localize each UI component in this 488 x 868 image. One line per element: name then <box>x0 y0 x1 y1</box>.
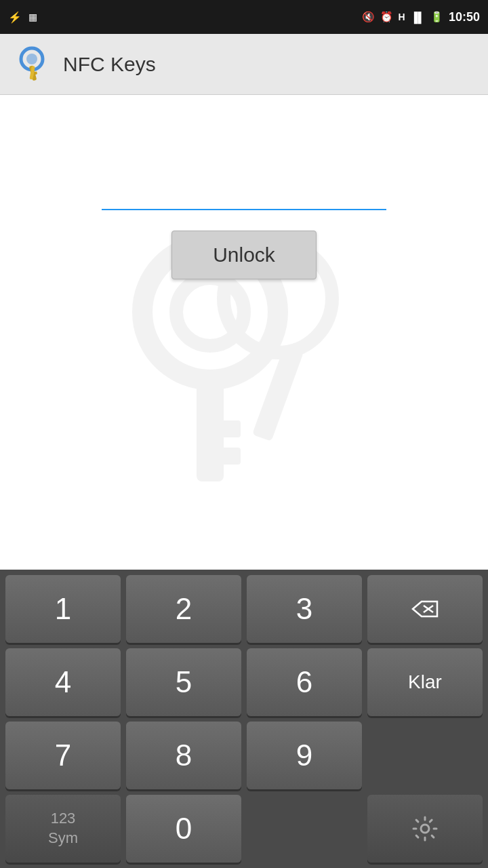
pin-input-container <box>102 176 386 210</box>
unlock-button[interactable]: Unlock <box>171 231 317 279</box>
main-content: Unlock <box>0 95 488 556</box>
svg-rect-9 <box>217 448 241 465</box>
keyboard: 1 2 3 4 5 6 Klar 7 8 9 123Sym 0 <box>0 570 488 868</box>
key-4[interactable]: 4 <box>5 648 121 716</box>
status-right-icons: 🔇 ⏰ H ▐▌ 🔋 10:50 <box>362 10 480 24</box>
key-9[interactable]: 9 <box>247 722 362 789</box>
key-sym[interactable]: 123Sym <box>5 795 121 863</box>
key-backspace[interactable] <box>367 575 483 643</box>
battery-icon: 🔋 <box>430 11 443 23</box>
alarm-icon: ⏰ <box>380 11 393 23</box>
mute-icon: 🔇 <box>362 11 375 23</box>
status-left-icons: ⚡ ▦ <box>8 11 37 24</box>
pin-input[interactable] <box>102 176 386 210</box>
key-0[interactable]: 0 <box>126 795 241 863</box>
keys-icon <box>14 45 51 83</box>
app-title: NFC Keys <box>63 53 156 76</box>
key-5[interactable]: 5 <box>126 648 241 716</box>
svg-point-15 <box>421 825 429 833</box>
key-2[interactable]: 2 <box>126 575 241 643</box>
app-bar: NFC Keys <box>0 34 488 95</box>
svg-rect-8 <box>217 420 241 437</box>
key-3[interactable]: 3 <box>247 575 362 643</box>
usb-icon: ⚡ <box>8 11 22 24</box>
status-bar: ⚡ ▦ 🔇 ⏰ H ▐▌ 🔋 10:50 <box>0 0 488 34</box>
key-gear[interactable] <box>367 795 483 863</box>
key-8[interactable]: 8 <box>126 722 241 789</box>
svg-point-1 <box>26 54 37 64</box>
keyboard-icon: ▦ <box>28 12 37 22</box>
key-1[interactable]: 1 <box>5 575 121 643</box>
h-icon: H <box>399 12 405 22</box>
status-time: 10:50 <box>449 10 480 24</box>
signal-icon: ▐▌ <box>411 12 425 23</box>
svg-marker-12 <box>413 601 437 616</box>
key-6[interactable]: 6 <box>247 648 362 716</box>
key-7[interactable]: 7 <box>5 722 121 789</box>
key-klar[interactable]: Klar <box>367 648 483 716</box>
